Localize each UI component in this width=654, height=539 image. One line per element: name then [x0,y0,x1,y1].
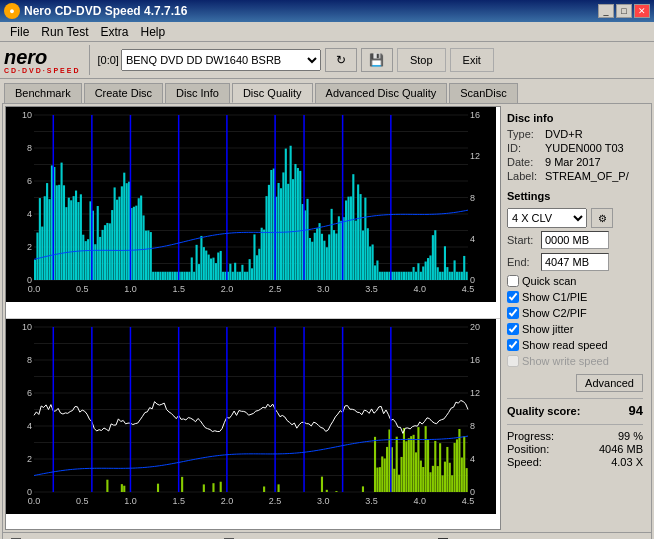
disc-type-row: Type: DVD+R [507,128,643,140]
show-read-speed-row[interactable]: Show read speed [507,339,643,351]
show-write-speed-label: Show write speed [522,355,609,367]
position-value: 4046 MB [599,443,643,455]
speed-value: 4.03 X [611,456,643,468]
speed-row-progress: Speed: 4.03 X [507,456,643,468]
quick-scan-row[interactable]: Quick scan [507,275,643,287]
refresh-button[interactable]: ↻ [325,48,357,72]
progress-section: Progress: 99 % Position: 4046 MB Speed: … [507,424,643,469]
minimize-button[interactable]: _ [598,4,614,18]
right-panel: Disc info Type: DVD+R ID: YUDEN000 T03 D… [501,106,649,530]
speed-row: 4 X CLV ⚙ [507,208,643,228]
menu-file[interactable]: File [4,24,35,40]
logo-nero: nero [4,47,47,67]
speed-select[interactable]: 4 X CLV [507,208,587,228]
bottom-chart-canvas [6,319,496,514]
label-value: STREAM_OF_P/ [545,170,629,182]
speed-label: Speed: [507,456,542,468]
pi-errors-col: PI Errors Average: 0.93 Maximum: 9 Total… [7,535,220,539]
titlebar-title: Nero CD-DVD Speed 4.7.7.16 [24,4,187,18]
type-value: DVD+R [545,128,583,140]
chart-area [5,106,501,530]
show-c1pie-checkbox[interactable] [507,291,519,303]
bottom-stats: PI Errors Average: 0.93 Maximum: 9 Total… [2,533,652,539]
show-read-speed-label: Show read speed [522,339,608,351]
id-label: ID: [507,142,543,154]
position-row: Position: 4046 MB [507,443,643,455]
maximize-button[interactable]: □ [616,4,632,18]
position-label: Position: [507,443,549,455]
bottom-chart [6,319,500,530]
tab-disc-info[interactable]: Disc Info [165,83,230,103]
show-write-speed-checkbox [507,355,519,367]
quick-scan-checkbox[interactable] [507,275,519,287]
tab-scandisc[interactable]: ScanDisc [449,83,517,103]
menubar: File Run Test Extra Help [0,22,654,42]
drive-info: [0:0] BENQ DVD DD DW1640 BSRB [98,49,321,71]
top-chart [6,107,500,319]
tab-benchmark[interactable]: Benchmark [4,83,82,103]
menu-help[interactable]: Help [135,24,172,40]
end-input[interactable] [541,253,609,271]
quality-score-value: 94 [629,403,643,418]
quick-scan-label: Quick scan [522,275,576,287]
tab-create-disc[interactable]: Create Disc [84,83,163,103]
drive-address: [0:0] [98,54,119,66]
main-content: Disc info Type: DVD+R ID: YUDEN000 T03 D… [2,103,652,533]
label-label: Label: [507,170,543,182]
drive-select[interactable]: BENQ DVD DD DW1640 BSRB [121,49,321,71]
start-row: Start: [507,231,643,249]
show-c1pie-label: Show C1/PIE [522,291,587,303]
show-c2pif-checkbox[interactable] [507,307,519,319]
app-icon: ● [4,3,20,19]
end-label: End: [507,256,537,268]
start-input[interactable] [541,231,609,249]
tab-advanced-disc-quality[interactable]: Advanced Disc Quality [315,83,448,103]
stop-button[interactable]: Stop [397,48,446,72]
show-c2pif-label: Show C2/PIF [522,307,587,319]
tab-disc-quality[interactable]: Disc Quality [232,83,313,103]
pi-failures-col: PI Failures Average: 0.02 Maximum: 10 To… [220,535,433,539]
titlebar-left: ● Nero CD-DVD Speed 4.7.7.16 [4,3,187,19]
titlebar-controls[interactable]: _ □ ✕ [598,4,650,18]
show-write-speed-row: Show write speed [507,355,643,367]
close-button[interactable]: ✕ [634,4,650,18]
show-read-speed-checkbox[interactable] [507,339,519,351]
toolbar: nero CD·DVD·SPEED [0:0] BENQ DVD DD DW16… [0,42,654,79]
toolbar-separator-1 [89,45,90,75]
progress-value: 99 % [618,430,643,442]
exit-button[interactable]: Exit [450,48,494,72]
quality-score-label: Quality score: [507,405,580,417]
end-row: End: [507,253,643,271]
show-jitter-checkbox[interactable] [507,323,519,335]
show-jitter-row[interactable]: Show jitter [507,323,643,335]
date-value: 9 Mar 2017 [545,156,601,168]
start-label: Start: [507,234,537,246]
disc-info-title: Disc info [507,112,643,124]
show-c1pie-row[interactable]: Show C1/PIE [507,291,643,303]
show-jitter-label: Show jitter [522,323,573,335]
save-button[interactable]: 💾 [361,48,393,72]
progress-label: Progress: [507,430,554,442]
jitter-col: Jitter Average: 9.17 % Maximum: 10.4 % P… [434,535,647,539]
disc-id-row: ID: YUDEN000 T03 [507,142,643,154]
date-label: Date: [507,156,543,168]
type-label: Type: [507,128,543,140]
settings-icon-button[interactable]: ⚙ [591,208,613,228]
settings-title: Settings [507,190,643,202]
id-value: YUDEN000 T03 [545,142,624,154]
tabs: Benchmark Create Disc Disc Info Disc Qua… [0,79,654,103]
quality-score-row: Quality score: 94 [507,398,643,418]
advanced-button[interactable]: Advanced [576,374,643,392]
top-chart-canvas [6,107,496,302]
show-c2pif-row[interactable]: Show C2/PIF [507,307,643,319]
menu-run-test[interactable]: Run Test [35,24,94,40]
titlebar: ● Nero CD-DVD Speed 4.7.7.16 _ □ ✕ [0,0,654,22]
disc-date-row: Date: 9 Mar 2017 [507,156,643,168]
logo-area: nero CD·DVD·SPEED [4,47,81,74]
progress-row: Progress: 99 % [507,430,643,442]
logo-subtitle: CD·DVD·SPEED [4,67,81,74]
disc-label-row: Label: STREAM_OF_P/ [507,170,643,182]
menu-extra[interactable]: Extra [94,24,134,40]
